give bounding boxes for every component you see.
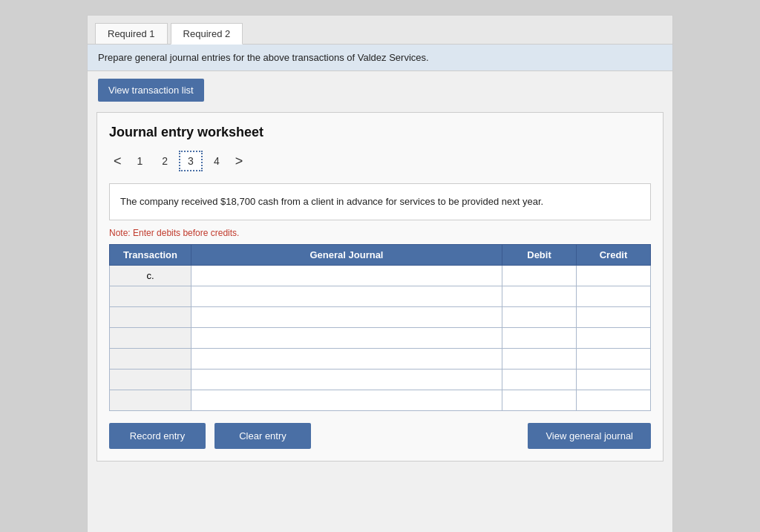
debit-cell[interactable] <box>502 327 577 348</box>
journal-input[interactable] <box>196 311 497 324</box>
table-row: c. <box>110 265 651 286</box>
bottom-buttons: Record entry Clear entry View general jo… <box>109 423 651 449</box>
transaction-cell <box>110 348 191 369</box>
page-2-button[interactable]: 2 <box>154 151 176 171</box>
instruction-text: Prepare general journal entries for the … <box>98 52 429 63</box>
debit-cell[interactable] <box>502 286 577 306</box>
view-transaction-container: View transaction list <box>98 79 204 102</box>
record-entry-button[interactable]: Record entry <box>109 423 206 449</box>
credit-cell[interactable] <box>577 286 651 306</box>
table-row <box>110 369 651 390</box>
transaction-cell <box>110 327 191 348</box>
pagination: < 1 2 3 4 > <box>109 151 651 171</box>
credit-input[interactable] <box>581 373 646 386</box>
credit-input[interactable] <box>581 311 646 324</box>
worksheet: Journal entry worksheet < 1 2 3 4 > The … <box>96 112 664 462</box>
credit-cell[interactable] <box>577 327 651 348</box>
journal-cell[interactable] <box>191 265 502 286</box>
debit-input[interactable] <box>507 352 571 365</box>
col-debit: Debit <box>502 244 577 265</box>
credit-cell[interactable] <box>577 306 651 327</box>
page-1-button[interactable]: 1 <box>129 151 151 171</box>
credit-cell[interactable] <box>577 265 651 286</box>
debit-input[interactable] <box>507 373 571 386</box>
journal-input[interactable] <box>196 269 497 282</box>
journal-table: Transaction General Journal Debit Credit… <box>109 244 651 411</box>
credit-cell[interactable] <box>577 369 651 390</box>
transaction-cell <box>110 369 191 390</box>
instruction-bar: Prepare general journal entries for the … <box>88 45 672 71</box>
journal-cell[interactable] <box>191 369 502 390</box>
next-page-button[interactable]: > <box>231 152 248 171</box>
journal-cell[interactable] <box>191 327 502 348</box>
tabs-row: Required 1 Required 2 <box>88 16 672 45</box>
view-transaction-button[interactable]: View transaction list <box>98 79 204 102</box>
journal-cell[interactable] <box>191 390 502 410</box>
debit-input[interactable] <box>507 332 571 344</box>
transaction-cell <box>110 390 191 410</box>
table-header-row: Transaction General Journal Debit Credit <box>110 244 651 265</box>
journal-cell[interactable] <box>191 306 502 327</box>
table-row <box>110 306 651 327</box>
transaction-cell: c. <box>110 265 191 286</box>
debit-input[interactable] <box>507 394 571 407</box>
col-general-journal: General Journal <box>191 244 502 265</box>
credit-input[interactable] <box>581 290 646 303</box>
debit-cell[interactable] <box>502 348 577 369</box>
page-3-button[interactable]: 3 <box>179 151 203 171</box>
tab-required2[interactable]: Required 2 <box>171 23 243 45</box>
debit-cell[interactable] <box>502 390 577 410</box>
transaction-cell <box>110 306 191 327</box>
clear-entry-button[interactable]: Clear entry <box>214 423 311 449</box>
credit-input[interactable] <box>581 352 646 365</box>
journal-input[interactable] <box>196 290 497 303</box>
debit-input[interactable] <box>507 290 571 303</box>
col-credit: Credit <box>577 244 651 265</box>
transaction-description-text: The company received $18,700 cash from a… <box>120 196 543 207</box>
debit-input[interactable] <box>507 269 571 282</box>
note-text: Note: Enter debits before credits. <box>109 228 651 238</box>
page-4-button[interactable]: 4 <box>206 151 228 171</box>
journal-input[interactable] <box>196 332 497 344</box>
transaction-description: The company received $18,700 cash from a… <box>109 183 651 220</box>
debit-cell[interactable] <box>502 265 577 286</box>
journal-input[interactable] <box>196 373 497 386</box>
view-general-journal-button[interactable]: View general journal <box>528 423 651 449</box>
worksheet-title: Journal entry worksheet <box>109 125 651 140</box>
credit-cell[interactable] <box>577 390 651 410</box>
credit-input[interactable] <box>581 269 646 282</box>
journal-cell[interactable] <box>191 348 502 369</box>
journal-input[interactable] <box>196 394 497 407</box>
col-transaction: Transaction <box>110 244 191 265</box>
tab-required1[interactable]: Required 1 <box>95 23 168 44</box>
debit-cell[interactable] <box>502 306 577 327</box>
debit-input[interactable] <box>507 311 571 324</box>
credit-input[interactable] <box>581 332 646 344</box>
prev-page-button[interactable]: < <box>109 152 126 171</box>
table-row <box>110 348 651 369</box>
table-row <box>110 286 651 306</box>
debit-cell[interactable] <box>502 369 577 390</box>
page-container: Required 1 Required 2 Prepare general jo… <box>87 15 673 532</box>
credit-input[interactable] <box>581 394 646 407</box>
table-row <box>110 390 651 410</box>
transaction-cell <box>110 286 191 306</box>
table-row <box>110 327 651 348</box>
journal-cell[interactable] <box>191 286 502 306</box>
credit-cell[interactable] <box>577 348 651 369</box>
journal-input[interactable] <box>196 352 497 365</box>
